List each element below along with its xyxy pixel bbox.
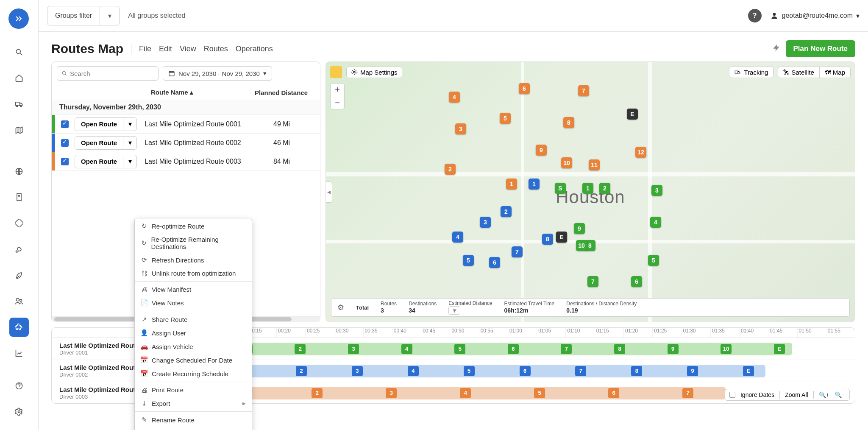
map-marker[interactable]: 1 (582, 183, 593, 194)
groups-filter-dropdown[interactable]: Groups filter ▾ (47, 6, 120, 25)
cm-unlink[interactable]: ⛓Unlink route from optimization (135, 267, 252, 280)
timeline-stop-marker[interactable]: 5 (534, 388, 545, 398)
menu-routes[interactable]: Routes (204, 45, 228, 53)
timeline-stop-marker[interactable]: 8 (614, 344, 625, 354)
user-menu[interactable]: geotab@route4me.com ▾ (770, 11, 860, 20)
panel-collapse-handle[interactable]: ◂ (326, 181, 332, 203)
map-marker[interactable]: S (555, 183, 566, 194)
chart-icon[interactable] (9, 343, 29, 363)
map-marker[interactable]: 2 (599, 183, 610, 194)
zoom-in-button[interactable]: + (331, 84, 344, 96)
route-checkbox[interactable] (61, 120, 69, 128)
zoom-out-icon[interactable]: 🔍− (835, 391, 845, 398)
zoom-in-icon[interactable]: 🔍+ (819, 391, 829, 398)
map-marker[interactable]: 8 (563, 117, 574, 128)
map-marker[interactable]: 4 (650, 217, 661, 228)
search-field[interactable] (70, 70, 154, 77)
menu-file[interactable]: File (139, 45, 151, 53)
map-marker[interactable]: 7 (512, 246, 523, 257)
timeline-stop-marker[interactable]: 4 (460, 388, 471, 398)
route-row[interactable]: Open Route ▾ Last Mile Optimized Route 0… (52, 152, 320, 171)
map-marker[interactable]: 9 (574, 223, 585, 234)
timeline-stop-marker[interactable]: 6 (520, 366, 531, 376)
cm-recurring[interactable]: 📅Create Recurring Schedule (135, 367, 252, 380)
plan-new-route-button[interactable]: Plan New Route (786, 40, 855, 57)
chevron-down-icon[interactable]: ▾ (123, 155, 136, 168)
timeline-stop-marker[interactable]: 9 (687, 366, 698, 376)
timeline-stop-marker[interactable]: 4 (401, 344, 412, 354)
route-checkbox[interactable] (61, 139, 69, 147)
search-input[interactable] (57, 66, 159, 81)
map-button[interactable]: 🗺 Map (819, 67, 850, 78)
timeline-stop-marker[interactable]: 5 (464, 366, 475, 376)
menu-operations[interactable]: Operations (236, 45, 273, 53)
timeline-stop-marker[interactable]: 7 (561, 344, 572, 354)
search-icon[interactable] (9, 42, 29, 61)
timeline-stop-marker[interactable]: 6 (608, 388, 619, 398)
map-marker[interactable]: 1 (506, 179, 517, 190)
cm-share[interactable]: ↗Share Route (135, 313, 252, 326)
ignore-dates-checkbox[interactable] (729, 392, 735, 398)
timeline-stop-marker[interactable]: 2 (295, 344, 306, 354)
timeline-stop-marker[interactable]: 2 (312, 388, 323, 398)
cm-change-date[interactable]: 📅Change Scheduled For Date (135, 353, 252, 367)
map-marker[interactable]: 5 (463, 255, 474, 266)
route-checkbox[interactable] (61, 158, 69, 165)
open-route-button[interactable]: Open Route ▾ (75, 136, 137, 150)
map-marker[interactable]: 3 (455, 123, 466, 134)
bolt-icon[interactable] (772, 44, 781, 54)
map-marker[interactable]: 2 (501, 206, 512, 217)
leaf-icon[interactable] (9, 265, 29, 285)
chevron-down-icon[interactable]: ▾ (123, 136, 136, 150)
map-marker[interactable]: 6 (631, 276, 642, 287)
timeline-stop-marker[interactable]: 4 (408, 366, 419, 376)
settings-icon[interactable] (9, 402, 29, 422)
timeline-stop-marker[interactable]: 3 (352, 366, 363, 376)
timeline-track-row[interactable]: ⌂123456789E (189, 360, 855, 382)
cm-assign-vehicle[interactable]: 🚗Assign Vehicle (135, 340, 252, 353)
help-icon[interactable] (9, 376, 29, 395)
cm-duplicate[interactable]: ⧉Duplicate Route (135, 427, 252, 430)
ignore-dates-label[interactable]: Ignore Dates (740, 391, 774, 398)
users-icon[interactable] (9, 292, 29, 311)
map-type-toggle[interactable]: 🛰 Satellite 🗺 Map (778, 67, 851, 78)
cm-reoptimize[interactable]: ↻Re-optimize Route (135, 219, 252, 233)
map-settings-button[interactable]: Map Settings (346, 67, 402, 78)
menu-edit[interactable]: Edit (159, 45, 172, 53)
open-route-button[interactable]: Open Route ▾ (75, 117, 137, 131)
timeline-stop-marker[interactable]: 2 (296, 366, 307, 376)
cm-print[interactable]: 🖨Print Route (135, 383, 252, 396)
map-marker[interactable]: 9 (536, 145, 547, 156)
map-marker[interactable]: 7 (578, 85, 589, 96)
map-marker[interactable]: 5 (500, 113, 511, 124)
cm-export[interactable]: ⤓Export▸ (135, 396, 252, 410)
map-marker[interactable]: 6 (489, 257, 500, 268)
puzzle-icon[interactable] (9, 318, 29, 337)
help-button[interactable]: ? (748, 9, 762, 22)
receipt-icon[interactable] (9, 187, 29, 207)
map-marker[interactable]: 12 (635, 147, 646, 158)
zoom-all-button[interactable]: Zoom All (785, 391, 808, 398)
est-distance-caret[interactable]: ▾ (448, 306, 460, 315)
timeline-stop-marker[interactable]: 8 (631, 366, 642, 376)
route-row[interactable]: Open Route ▾ Last Mile Optimized Route 0… (52, 115, 320, 134)
cm-rename[interactable]: ✎Rename Route (135, 413, 252, 427)
timeline-stop-marker[interactable]: 6 (508, 344, 519, 354)
timeline-stop-marker[interactable]: E (743, 366, 754, 376)
map-marker[interactable]: 6 (519, 83, 530, 94)
pegman-icon[interactable] (330, 66, 342, 78)
truck-icon[interactable] (9, 95, 29, 114)
open-route-button[interactable]: Open Route ▾ (75, 155, 137, 168)
map-marker[interactable]: 3 (480, 217, 491, 228)
cm-view-manifest[interactable]: 🖨View Manifest (135, 283, 252, 296)
timeline-stop-marker[interactable]: 3 (386, 388, 397, 398)
timeline-stop-marker[interactable]: 7 (682, 388, 693, 398)
cm-assign-user[interactable]: 👤Assign User (135, 326, 252, 340)
map-marker[interactable]: 7 (587, 276, 598, 287)
map-marker[interactable]: E (627, 109, 638, 120)
ruler-icon[interactable] (9, 214, 29, 233)
timeline-track-row[interactable]: ⌂12345678910E (189, 338, 855, 360)
cm-view-notes[interactable]: 📄View Notes (135, 296, 252, 310)
map-marker[interactable]: 4 (449, 92, 460, 103)
map-marker[interactable]: 11 (589, 159, 600, 170)
